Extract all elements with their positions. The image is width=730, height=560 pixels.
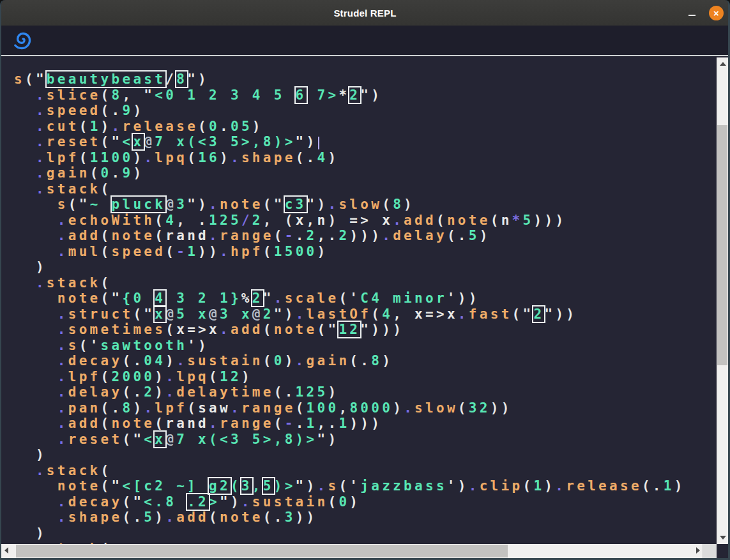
active-pattern-token: 5	[263, 478, 274, 494]
code-token: ")	[317, 432, 338, 447]
code-token: 5 x	[176, 306, 209, 322]
code-token: )	[133, 150, 144, 165]
code-token: .	[317, 478, 328, 494]
code-token: ("	[122, 432, 144, 447]
code-line[interactable]: note("{0 4 3 2 1}%2".scale('C4 minor'))	[14, 291, 715, 306]
code-token: 04	[144, 353, 165, 368]
code-token: .	[36, 181, 47, 197]
code-token: jazzbass	[360, 478, 447, 494]
code-token: lpf	[47, 150, 79, 165]
code-token: fast	[469, 306, 512, 322]
code-line[interactable]: .struct("x@5 x@3 x@2").lastOf(4, x=>x.fa…	[14, 306, 715, 322]
code-line[interactable]: .decay(.04).sustain(0).gain(.8)	[14, 353, 715, 369]
code-line[interactable]: )	[14, 526, 715, 541]
code-token: .	[36, 463, 47, 478]
code-line[interactable]: .pan(.8).lpf(saw.range(100,8000).slow(32…	[14, 400, 715, 416]
code-token: @	[165, 197, 176, 212]
code-line[interactable]: .stack(	[14, 181, 715, 197]
vertical-scrollbar[interactable]	[717, 57, 728, 544]
code-line[interactable]: .lpf(1100).lpq(16).shape(.4)	[14, 150, 715, 166]
code-token: ) =>	[328, 213, 382, 228]
code-token	[14, 150, 36, 165]
code-token: (	[187, 150, 198, 165]
code-line[interactable]: .add(note(rand.range(-.2,.2))).delay(.5)	[14, 228, 715, 244]
code-line[interactable]: .stack(	[14, 275, 715, 291]
code-token: s	[328, 478, 338, 494]
code-token: .	[57, 322, 68, 337]
code-line[interactable]: )	[14, 447, 715, 463]
code-line[interactable]: .speed(.9)	[14, 103, 715, 119]
code-line[interactable]: .echoWith(4, .125/2, (x,n) => x.add(note…	[14, 213, 715, 229]
code-token: 4	[317, 150, 328, 165]
code-token: 8	[112, 87, 123, 103]
code-line[interactable]: .delay(.2).delaytime(.125)	[14, 384, 715, 400]
scroll-left-arrow-icon[interactable]	[4, 547, 8, 554]
minimize-button[interactable]	[683, 4, 700, 21]
code-token: range	[220, 228, 274, 243]
code-token	[14, 338, 57, 353]
code-line[interactable]: s("~ pluck@3").note("c3").slow(8)	[14, 197, 715, 213]
code-token: add	[176, 510, 209, 525]
code-token: (.	[122, 510, 144, 525]
code-token: (.	[349, 353, 371, 368]
code-token: (	[155, 416, 165, 431]
strudel-spiral-icon[interactable]	[13, 29, 33, 51]
code-line[interactable]: .lpf(2000).lpq(12)	[14, 369, 715, 385]
code-token: .	[469, 478, 480, 494]
close-button[interactable]: ×	[709, 6, 724, 20]
active-pattern-token: x	[155, 432, 165, 447]
code-editor[interactable]: s("beautybeast/8") .slice(8, "<0 1 2 3 4…	[1, 57, 715, 544]
scroll-down-arrow-icon[interactable]	[720, 536, 726, 540]
code-token: , .	[176, 213, 209, 228]
code-token: .	[231, 150, 241, 165]
code-token: ("	[101, 478, 123, 494]
code-line[interactable]: .slice(8, "<0 1 2 3 4 5 6 7>*2")	[14, 87, 715, 103]
vertical-scrollbar-thumb[interactable]	[717, 125, 727, 365]
code-line[interactable]: s("beautybeast/8")	[14, 72, 715, 87]
code-token	[14, 291, 57, 306]
code-token: )	[393, 400, 404, 416]
code-line[interactable]: .mul(speed(-1)).hpf(1500)	[14, 244, 715, 260]
code-line[interactable]: .s('sawtooth')	[14, 338, 715, 354]
code-token: 3	[285, 510, 296, 525]
code-line[interactable]: .gain(0.9)	[14, 165, 715, 181]
code-token: .	[57, 338, 68, 353]
code-token: (	[436, 213, 447, 228]
code-token: rand	[165, 228, 209, 243]
code-token: .	[220, 119, 231, 134]
code-token: *	[338, 87, 349, 103]
code-line[interactable]: .add(note(rand.range(-.1,.1)))	[14, 416, 715, 432]
code-line[interactable]: .stack(	[14, 463, 715, 479]
scroll-up-arrow-icon[interactable]	[720, 62, 726, 66]
code-line[interactable]: .decay("<.8 .2>").sustain(0)	[14, 494, 715, 510]
code-token: sustain	[252, 494, 328, 510]
code-token: 8	[371, 353, 382, 368]
code-token: ")	[187, 72, 209, 87]
horizontal-scrollbar-thumb[interactable]	[16, 545, 508, 557]
code-line[interactable]: )	[14, 259, 715, 275]
code-token: )	[544, 478, 555, 494]
active-pattern-token: x	[133, 134, 144, 149]
code-line[interactable]: note("<[c2 ~] g2(3,5)>").s('jazzbass').c…	[14, 478, 715, 494]
code-token: )	[14, 526, 47, 541]
code-line[interactable]: .cut(1).release(0.05)	[14, 119, 715, 135]
code-token: (	[382, 197, 393, 212]
code-token: )))	[349, 416, 382, 431]
code-token: {0	[122, 291, 155, 306]
code-token: 32	[469, 400, 490, 416]
scroll-right-arrow-icon[interactable]	[696, 547, 700, 554]
code-line[interactable]: .reset("<x@7 x(<3 5>,8)>")	[14, 432, 715, 448]
code-token: @	[165, 306, 176, 322]
horizontal-scrollbar[interactable]	[1, 544, 703, 558]
code-token: .	[112, 119, 123, 134]
code-line[interactable]: .sometimes(x=>x.add(note("12")))	[14, 322, 715, 338]
code-line[interactable]: .shape(.5).add(note(.3))	[14, 510, 715, 526]
code-token: )	[252, 119, 263, 134]
code-token: lpq	[155, 150, 187, 165]
code-token: ,	[338, 400, 349, 416]
code-token: .	[57, 510, 68, 525]
code-token: .	[274, 291, 285, 306]
code-token	[14, 306, 57, 322]
code-token: 2	[338, 228, 349, 243]
code-line[interactable]: .reset("<x@7 x(<3 5>,8)>")	[14, 134, 715, 150]
